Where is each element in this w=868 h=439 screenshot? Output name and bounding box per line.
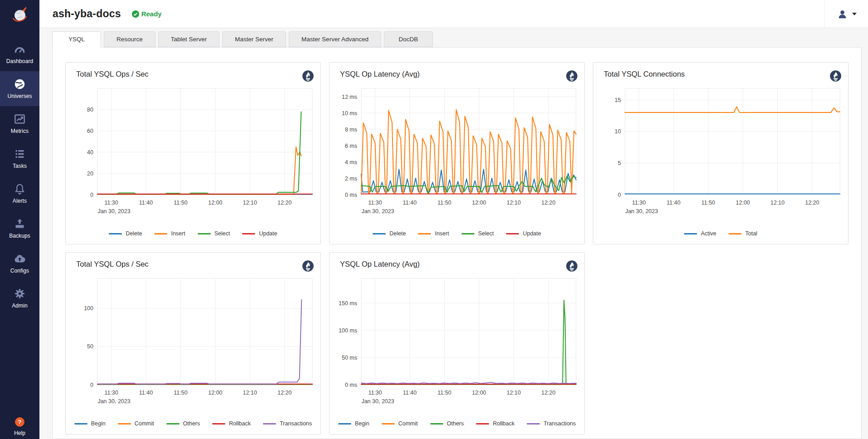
- chart-plot-area[interactable]: 11:3011:4011:5012:0012:1012:200 ms2 ms4 …: [330, 82, 584, 232]
- dashboard-icon: [14, 43, 26, 55]
- legend-item: Others: [166, 420, 200, 427]
- chart-canvas: 11:3011:4011:5012:0012:1012:20020406080J…: [71, 83, 316, 224]
- backups-icon: [14, 218, 26, 230]
- prometheus-icon[interactable]: [302, 260, 314, 272]
- chart-legend: BeginCommitOthersRollbackTransactions: [330, 420, 584, 434]
- prometheus-icon[interactable]: [829, 70, 842, 82]
- yugabyte-logo[interactable]: [0, 0, 39, 29]
- configs-cloud-icon: [14, 253, 26, 265]
- metrics-card: Total YSQL Ops / Sec 11:3011:4011:5012:0…: [52, 47, 862, 439]
- universe-globe-icon: [14, 78, 26, 90]
- svg-text:11:40: 11:40: [403, 200, 417, 206]
- sidebar-item-configs[interactable]: Configs: [0, 246, 39, 281]
- legend-label: Delete: [126, 230, 142, 237]
- svg-text:12:20: 12:20: [277, 200, 291, 206]
- prometheus-icon[interactable]: [566, 260, 578, 272]
- tab-master-server[interactable]: Master Server: [222, 31, 286, 47]
- sidebar-item-metrics[interactable]: Metrics: [0, 106, 39, 141]
- legend-label: Transactions: [280, 420, 312, 427]
- svg-text:12:20: 12:20: [541, 200, 555, 206]
- chart-plot-area[interactable]: 11:3011:4011:5012:0012:1012:20050100Jan …: [66, 272, 320, 422]
- sidebar-item-label: Alerts: [13, 198, 27, 204]
- chart-plot-area[interactable]: 11:3011:4011:5012:0012:1012:200 ms50 ms1…: [330, 272, 584, 422]
- svg-text:12:20: 12:20: [277, 390, 291, 396]
- sidebar-item-alerts[interactable]: Alerts: [0, 176, 39, 211]
- legend-swatch: [461, 233, 475, 234]
- legend-label: Begin: [91, 420, 106, 427]
- sidebar-item-dashboard[interactable]: Dashboard: [0, 36, 39, 71]
- legend-swatch: [263, 423, 276, 424]
- svg-text:11:40: 11:40: [139, 200, 153, 206]
- svg-text:12:10: 12:10: [243, 200, 257, 206]
- sidebar-item-label: Tasks: [13, 163, 27, 169]
- legend-item: Insert: [418, 230, 449, 237]
- svg-text:12:00: 12:00: [736, 200, 750, 206]
- legend-label: Others: [183, 420, 200, 427]
- sidebar: Dashboard Universes Metrics Tasks: [0, 0, 39, 439]
- chart-title: YSQL Op Latency (Avg): [340, 260, 420, 268]
- tab-bar: YSQL Resource Tablet Server Master Serve…: [52, 31, 862, 47]
- legend-swatch: [154, 233, 167, 234]
- check-circle-icon: [132, 10, 139, 18]
- svg-text:11:50: 11:50: [437, 200, 451, 206]
- svg-text:50 ms: 50 ms: [342, 355, 357, 361]
- legend-item: Select: [461, 230, 494, 237]
- caret-down-icon: [852, 13, 857, 15]
- svg-text:10 ms: 10 ms: [342, 110, 357, 117]
- tab-tablet-server[interactable]: Tablet Server: [158, 31, 220, 47]
- svg-text:10: 10: [615, 128, 621, 135]
- prometheus-icon[interactable]: [566, 70, 578, 82]
- legend-item: Active: [684, 230, 716, 237]
- sidebar-item-label: Metrics: [11, 128, 29, 134]
- legend-item: Delete: [109, 230, 142, 237]
- chart-title: YSQL Op Latency (Avg): [340, 70, 420, 78]
- legend-label: Update: [523, 230, 541, 237]
- chart-grid: Total YSQL Ops / Sec 11:3011:4011:5012:0…: [65, 62, 849, 434]
- user-menu[interactable]: [824, 0, 868, 28]
- legend-item: Rollback: [476, 420, 514, 427]
- svg-text:12:00: 12:00: [208, 200, 222, 206]
- tasks-icon: [14, 148, 26, 160]
- legend-swatch: [684, 233, 697, 234]
- sidebar-item-tasks[interactable]: Tasks: [0, 141, 39, 176]
- svg-text:12:00: 12:00: [472, 390, 486, 396]
- chart-plot-area[interactable]: 11:3011:4011:5012:0012:1012:20020406080J…: [66, 82, 320, 232]
- sidebar-item-label: Admin: [12, 302, 28, 309]
- prometheus-icon[interactable]: [302, 70, 314, 82]
- legend-item: Rollback: [212, 420, 251, 427]
- sidebar-nav: Dashboard Universes Metrics Tasks: [0, 36, 39, 316]
- prometheus-icon: [302, 260, 314, 272]
- sidebar-item-admin[interactable]: Admin: [0, 281, 39, 316]
- legend-item: Begin: [74, 420, 106, 427]
- svg-text:12 ms: 12 ms: [342, 94, 357, 100]
- chart-legend: ActiveTotal: [593, 230, 848, 244]
- sidebar-item-label: Universes: [7, 93, 32, 99]
- svg-text:50: 50: [87, 343, 93, 350]
- legend-item: Transactions: [263, 420, 312, 427]
- tab-docdb[interactable]: DocDB: [384, 31, 433, 47]
- legend-swatch: [373, 233, 386, 234]
- legend-label: Select: [478, 230, 494, 237]
- tab-master-server-advanced[interactable]: Master Server Advanced: [289, 31, 381, 47]
- svg-text:11:40: 11:40: [667, 200, 680, 206]
- svg-text:2 ms: 2 ms: [345, 176, 357, 182]
- sidebar-item-help[interactable]: ? Help: [0, 416, 39, 436]
- svg-text:11:30: 11:30: [368, 200, 382, 206]
- legend-label: Total: [745, 230, 757, 237]
- svg-text:0: 0: [90, 192, 93, 198]
- svg-text:12:10: 12:10: [243, 390, 257, 396]
- legend-swatch: [338, 423, 351, 424]
- chart-plot-area[interactable]: 11:3011:4011:5012:0012:1012:20051015Jan …: [593, 82, 848, 232]
- legend-item: Commit: [118, 420, 154, 427]
- page-title: ash-yba-docs: [53, 8, 121, 20]
- sidebar-item-universes[interactable]: Universes: [0, 71, 39, 106]
- svg-text:15: 15: [615, 97, 621, 103]
- chart-canvas: 11:3011:4011:5012:0012:1012:200 ms50 ms1…: [335, 273, 580, 415]
- legend-label: Delete: [389, 230, 406, 237]
- tab-resource[interactable]: Resource: [104, 31, 155, 47]
- legend-swatch: [109, 233, 122, 234]
- tab-ysql[interactable]: YSQL: [52, 31, 101, 48]
- sidebar-item-backups[interactable]: Backups: [0, 211, 39, 246]
- svg-text:11:40: 11:40: [403, 390, 417, 396]
- legend-label: Rollback: [229, 420, 251, 427]
